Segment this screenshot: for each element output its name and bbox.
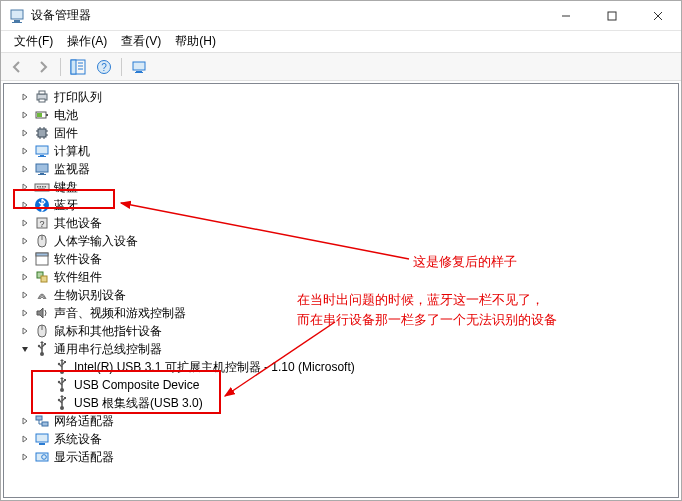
expander-spacer: [38, 360, 52, 374]
spacer: [8, 466, 678, 498]
svg-rect-23: [38, 129, 46, 137]
minimize-button[interactable]: [543, 1, 589, 30]
hid-icon: [34, 233, 50, 249]
tree-item-battery[interactable]: 电池: [8, 106, 678, 124]
expander-icon[interactable]: [18, 324, 32, 338]
expander-icon[interactable]: [18, 270, 32, 284]
menu-view[interactable]: 查看(V): [114, 31, 168, 52]
svg-rect-15: [136, 71, 142, 72]
svg-rect-19: [39, 99, 45, 102]
tree-item-display-adapter[interactable]: 显示适配器: [8, 448, 678, 466]
svg-rect-14: [133, 62, 145, 70]
expander-icon[interactable]: [18, 144, 32, 158]
expander-icon[interactable]: [18, 90, 32, 104]
expander-icon[interactable]: [18, 414, 32, 428]
tree-item-label: 打印队列: [54, 89, 102, 106]
toolbar: ?: [1, 53, 681, 81]
close-button[interactable]: [635, 1, 681, 30]
tree-item-biometric[interactable]: 生物识别设备: [8, 286, 678, 304]
tree-item-mouse[interactable]: 鼠标和其他指针设备: [8, 322, 678, 340]
device-tree[interactable]: 打印队列 电池 固件 计算机 监视器: [3, 83, 679, 498]
mouse-icon: [34, 323, 50, 339]
tree-item-monitor[interactable]: 监视器: [8, 160, 678, 178]
svg-rect-41: [42, 186, 44, 188]
battery-icon: [34, 107, 50, 123]
window-buttons: [543, 1, 681, 30]
expander-icon[interactable]: [18, 198, 32, 212]
tree-item-firmware[interactable]: 固件: [8, 124, 678, 142]
expander-icon[interactable]: [18, 306, 32, 320]
svg-rect-35: [36, 164, 48, 172]
expander-icon[interactable]: [18, 108, 32, 122]
expander-icon[interactable]: [18, 234, 32, 248]
tree-item-software[interactable]: 软件设备: [8, 250, 678, 268]
svg-rect-2: [12, 22, 22, 23]
svg-rect-72: [42, 422, 48, 426]
tree-item-usb-root-hub[interactable]: USB 根集线器(USB 3.0): [8, 394, 678, 412]
expander-icon[interactable]: [18, 180, 32, 194]
toolbar-separator: [121, 58, 122, 76]
display-icon: [34, 161, 50, 177]
tree-item-hid[interactable]: 人体学输入设备: [8, 232, 678, 250]
svg-rect-4: [608, 12, 616, 20]
tree-item-label: 键盘: [54, 179, 78, 196]
help-button[interactable]: ?: [92, 55, 116, 79]
maximize-button[interactable]: [589, 1, 635, 30]
tree-item-label: USB 根集线器(USB 3.0): [74, 395, 203, 412]
tree-item-usb-intel[interactable]: Intel(R) USB 3.1 可扩展主机控制器 - 1.10 (Micros…: [8, 358, 678, 376]
tree-item-label: Intel(R) USB 3.1 可扩展主机控制器 - 1.10 (Micros…: [74, 359, 355, 376]
expander-icon[interactable]: [18, 342, 32, 356]
tree-item-label: 声音、视频和游戏控制器: [54, 305, 186, 322]
svg-rect-70: [64, 397, 66, 399]
software-icon: [34, 251, 50, 267]
menu-action[interactable]: 操作(A): [60, 31, 114, 52]
tree-item-label: 鼠标和其他指针设备: [54, 323, 162, 340]
svg-rect-34: [38, 156, 46, 157]
expander-icon[interactable]: [18, 252, 32, 266]
tree-item-sound[interactable]: 声音、视频和游戏控制器: [8, 304, 678, 322]
expander-icon[interactable]: [18, 162, 32, 176]
usb-icon: [34, 341, 50, 357]
tree-item-computer[interactable]: 计算机: [8, 142, 678, 160]
tree-item-print-queue[interactable]: 打印队列: [8, 88, 678, 106]
expander-icon[interactable]: [18, 450, 32, 464]
expander-icon[interactable]: [18, 216, 32, 230]
forward-button: [31, 55, 55, 79]
tree-item-software-components[interactable]: 软件组件: [8, 268, 678, 286]
printer-icon: [34, 89, 50, 105]
tree-item-label: 生物识别设备: [54, 287, 126, 304]
tree-item-network[interactable]: 网络适配器: [8, 412, 678, 430]
svg-rect-76: [39, 443, 45, 445]
tree-item-other[interactable]: ? 其他设备: [8, 214, 678, 232]
tree-item-keyboard[interactable]: 键盘: [8, 178, 678, 196]
svg-rect-52: [41, 276, 47, 282]
scan-hardware-button[interactable]: [127, 55, 151, 79]
tree-item-bluetooth[interactable]: 蓝牙: [8, 196, 678, 214]
tree-item-label: 软件组件: [54, 269, 102, 286]
show-hide-console-tree-button[interactable]: [66, 55, 90, 79]
expander-spacer: [38, 396, 52, 410]
other-device-icon: ?: [34, 215, 50, 231]
expander-icon[interactable]: [18, 126, 32, 140]
svg-rect-32: [36, 146, 48, 154]
svg-rect-75: [36, 434, 48, 442]
menu-file[interactable]: 文件(F): [7, 31, 60, 52]
gpu-icon: [34, 449, 50, 465]
menu-help[interactable]: 帮助(H): [168, 31, 223, 52]
usb-icon: [54, 359, 70, 375]
svg-text:?: ?: [39, 219, 44, 229]
tree-item-usb-composite[interactable]: USB Composite Device: [8, 376, 678, 394]
device-manager-window: 设备管理器 文件(F) 操作(A) 查看(V) 帮助(H) ?: [0, 0, 682, 501]
monitor-icon: [34, 143, 50, 159]
tree-item-label: 系统设备: [54, 431, 102, 448]
svg-rect-22: [37, 113, 42, 117]
svg-rect-33: [40, 155, 44, 156]
expander-icon[interactable]: [18, 432, 32, 446]
tree-item-usb-controllers[interactable]: 通用串行总线控制器: [8, 340, 678, 358]
expander-icon[interactable]: [18, 288, 32, 302]
usb-icon: [54, 395, 70, 411]
svg-rect-1: [14, 20, 20, 22]
svg-rect-18: [39, 91, 45, 94]
tree-item-system[interactable]: 系统设备: [8, 430, 678, 448]
svg-rect-62: [64, 361, 66, 363]
